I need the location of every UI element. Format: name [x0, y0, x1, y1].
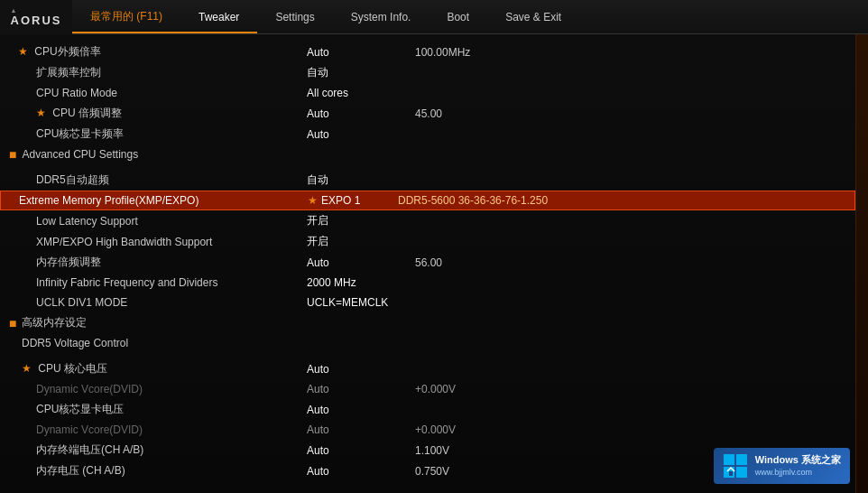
extra-dvid-2: +0.000V — [415, 423, 841, 436]
label-mem-volt: 内存电压 (CH A/B) — [18, 463, 307, 479]
row-ext-freq[interactable]: 扩展频率控制 自动 — [0, 62, 855, 83]
row-adv-mem[interactable]: ■ 高级内存设定 — [0, 312, 855, 333]
row-ddr5-voltage[interactable]: DDR5 Voltage Control — [0, 333, 855, 353]
value-mem-freq-adj: Auto — [307, 256, 415, 269]
value-uclk-div1: UCLK=MEMCLK — [307, 296, 415, 309]
label-cpu-vcore: ★ CPU 核心电压 — [18, 361, 307, 377]
logo: ▲ AORUS — [0, 0, 72, 34]
svg-rect-3 — [736, 467, 747, 478]
extra-xmp-expo: DDR5-5600 36-36-36-76-1.250 — [398, 194, 840, 207]
label-igpu-freq: CPU核芯显卡频率 — [18, 126, 307, 142]
label-cpu-ratio-adj: ★ CPU 倍频调整 — [18, 106, 307, 121]
value-ext-freq: 自动 — [307, 65, 415, 80]
row-dvid-2[interactable]: Dynamic Vcore(DVID) Auto +0.000V — [0, 420, 855, 440]
value-mem-term-volt: Auto — [307, 444, 415, 457]
label-cpu-freq: ★ CPU外频倍率 — [18, 44, 307, 60]
label-mem-term-volt: 内存终端电压(CH A/B) — [18, 442, 307, 458]
star-icon-0: ★ — [18, 45, 28, 58]
logo-aorus: AORUS — [11, 14, 62, 27]
value-cpu-ratio-mode: All cores — [307, 87, 415, 99]
right-panel — [855, 34, 868, 493]
main-content: ★ CPU外频倍率 Auto 100.00MHz 扩展频率控制 自动 CPU R… — [0, 34, 868, 493]
tab-frequent[interactable]: 最常用的 (F11) — [72, 0, 180, 33]
value-xmp-bandwidth: 开启 — [307, 234, 415, 249]
row-low-latency[interactable]: Low Latency Support 开启 — [0, 210, 855, 231]
bullet-advanced-cpu: ■ — [9, 147, 16, 162]
label-xmp-expo: Extreme Memory Profile(XMP/EXPO) — [19, 194, 308, 207]
row-xmp-bandwidth[interactable]: XMP/EXPO High Bandwidth Support 开启 — [0, 231, 855, 252]
row-cpu-ratio-mode[interactable]: CPU Ratio Mode All cores — [0, 83, 855, 103]
tab-save[interactable]: Save & Exit — [487, 0, 579, 33]
label-uclk-div1: UCLK DIV1 MODE — [18, 296, 307, 309]
extra-mem-freq-adj: 56.00 — [415, 256, 841, 269]
row-igpu-freq[interactable]: CPU核芯显卡频率 Auto — [0, 124, 855, 144]
nav-tabs: 最常用的 (F11) Tweaker Settings System Info.… — [72, 0, 868, 33]
svg-rect-0 — [724, 454, 734, 465]
value-infinity-fabric: 2000 MHz — [307, 276, 415, 289]
row-cpu-ratio-adj[interactable]: ★ CPU 倍频调整 Auto 45.00 — [0, 103, 855, 124]
windows-logo-icon — [723, 453, 748, 479]
left-panel: ★ CPU外频倍率 Auto 100.00MHz 扩展频率控制 自动 CPU R… — [0, 34, 855, 493]
label-cpu-ratio-mode: CPU Ratio Mode — [18, 87, 307, 99]
extra-cpu-freq: 100.00MHz — [415, 46, 841, 59]
row-infinity-fabric[interactable]: Infinity Fabric Frequency and Dividers 2… — [0, 273, 855, 293]
nav-bar: ▲ AORUS 最常用的 (F11) Tweaker Settings Syst… — [0, 0, 868, 34]
label-igpu-volt: CPU核芯显卡电压 — [18, 402, 307, 417]
value-cpu-vcore: Auto — [307, 363, 415, 376]
row-dvid-1[interactable]: Dynamic Vcore(DVID) Auto +0.000V — [0, 379, 855, 399]
value-low-latency: 开启 — [307, 213, 415, 228]
tab-settings[interactable]: Settings — [257, 0, 332, 33]
label-ext-freq: 扩展频率控制 — [18, 65, 307, 80]
row-cpu-vcore[interactable]: ★ CPU 核心电压 Auto — [0, 358, 855, 379]
tab-sysinfo[interactable]: System Info. — [333, 0, 429, 33]
value-mem-volt: Auto — [307, 465, 415, 478]
logo-top-text: ▲ — [11, 7, 62, 14]
value-igpu-volt: Auto — [307, 404, 415, 416]
tab-boot[interactable]: Boot — [429, 0, 487, 33]
row-advanced-cpu[interactable]: ■ Advanced CPU Settings — [0, 144, 855, 164]
extra-cpu-ratio-adj: 45.00 — [415, 107, 841, 120]
value-xmp-expo: ★ EXPO 1 — [308, 194, 398, 207]
value-dvid-2: Auto — [307, 423, 415, 436]
label-ddr5-auto: DDR5自动超频 — [18, 172, 307, 188]
star-icon-3: ★ — [36, 107, 46, 119]
value-cpu-freq: Auto — [307, 46, 415, 59]
row-uclk-div1[interactable]: UCLK DIV1 MODE UCLK=MEMCLK — [0, 293, 855, 312]
right-accent — [856, 34, 868, 493]
windows-watermark: Windows 系统之家 www.bjjmlv.com — [714, 448, 850, 484]
value-igpu-freq: Auto — [307, 128, 415, 141]
svg-rect-1 — [736, 454, 747, 465]
label-mem-freq-adj: 内存倍频调整 — [18, 255, 307, 270]
label-dvid-2: Dynamic Vcore(DVID) — [18, 423, 307, 436]
row-igpu-volt[interactable]: CPU核芯显卡电压 Auto — [0, 399, 855, 420]
label-xmp-bandwidth: XMP/EXPO High Bandwidth Support — [18, 236, 307, 248]
row-xmp-expo[interactable]: Extreme Memory Profile(XMP/EXPO) ★ EXPO … — [0, 191, 855, 210]
extra-dvid-1: +0.000V — [415, 383, 841, 395]
star-xmp: ★ — [308, 194, 318, 207]
label-dvid-1: Dynamic Vcore(DVID) — [18, 383, 307, 395]
star-vcore: ★ — [22, 362, 32, 375]
bullet-adv-mem: ■ — [9, 316, 16, 330]
windows-text-block: Windows 系统之家 www.bjjmlv.com — [755, 453, 841, 479]
value-dvid-1: Auto — [307, 383, 415, 395]
value-cpu-ratio-adj: Auto — [307, 107, 415, 120]
value-ddr5-auto: 自动 — [307, 172, 415, 188]
row-ddr5-auto[interactable]: DDR5自动超频 自动 — [0, 170, 855, 191]
label-low-latency: Low Latency Support — [18, 215, 307, 228]
row-cpu-freq[interactable]: ★ CPU外频倍率 Auto 100.00MHz — [0, 42, 855, 62]
tab-tweaker[interactable]: Tweaker — [180, 0, 257, 33]
row-mem-freq-adj[interactable]: 内存倍频调整 Auto 56.00 — [0, 252, 855, 273]
label-infinity-fabric: Infinity Fabric Frequency and Dividers — [18, 276, 307, 289]
